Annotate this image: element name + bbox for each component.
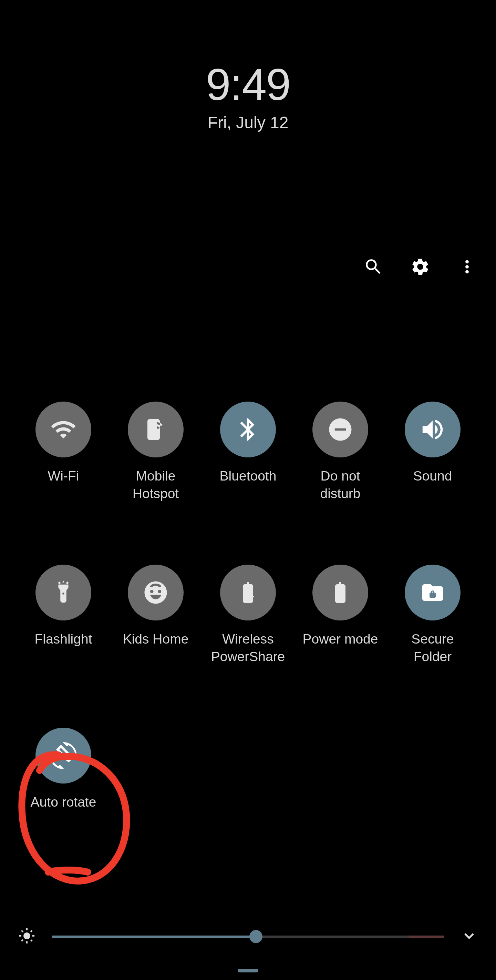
secure-folder-icon [405, 565, 461, 620]
tile-flashlight[interactable]: Flashlight [17, 565, 109, 666]
dnd-icon [312, 402, 368, 457]
svg-point-0 [24, 932, 30, 939]
wifi-icon [35, 402, 91, 457]
brightness-slider[interactable] [52, 935, 444, 938]
wireless-powershare-icon [220, 565, 276, 620]
tile-label: Secure Folder [391, 630, 474, 666]
tile-label: Wireless PowerShare [207, 630, 289, 666]
tile-label: Kids Home [123, 630, 189, 648]
kids-home-icon [128, 565, 184, 620]
tile-wifi[interactable]: Wi-Fi [17, 402, 109, 503]
clock-area: 9:49 Fri, July 12 [0, 59, 496, 132]
tile-bluetooth[interactable]: Bluetooth [202, 402, 294, 503]
brightness-bar [19, 928, 477, 945]
gear-icon[interactable] [410, 257, 430, 278]
tile-label: Sound [414, 467, 452, 485]
panel-header-actions [363, 257, 477, 278]
clock-time: 9:49 [0, 59, 496, 110]
tile-label: Power mode [303, 630, 378, 648]
auto-rotate-icon [35, 728, 91, 784]
tile-dnd[interactable]: Do not disturb [294, 402, 387, 503]
navigation-pill[interactable] [238, 969, 258, 972]
search-icon[interactable] [363, 257, 383, 278]
slider-thumb[interactable] [249, 930, 263, 943]
flashlight-icon [35, 565, 91, 620]
slider-fill [52, 935, 256, 938]
tile-wireless-powershare[interactable]: Wireless PowerShare [202, 565, 294, 666]
chevron-down-icon[interactable] [461, 928, 477, 945]
tile-label: Auto rotate [31, 793, 97, 811]
tile-label: Flashlight [35, 630, 92, 648]
tile-label: Mobile Hotspot [114, 467, 197, 503]
tile-power-mode[interactable]: Power mode [294, 565, 387, 666]
clock-date: Fri, July 12 [0, 113, 496, 132]
hotspot-icon [128, 402, 184, 457]
tile-auto-rotate[interactable]: Auto rotate [17, 728, 109, 814]
tile-label: Do not disturb [299, 467, 382, 503]
tile-label: Bluetooth [220, 467, 277, 485]
tile-sound[interactable]: Sound [387, 402, 479, 503]
sound-icon [405, 402, 461, 457]
tile-secure-folder[interactable]: Secure Folder [387, 565, 479, 666]
more-vertical-icon[interactable] [457, 257, 477, 278]
tile-kids-home[interactable]: Kids Home [109, 565, 202, 666]
power-mode-icon [312, 565, 368, 620]
quick-settings-tiles: Wi-Fi Mobile Hotspot Bluetooth Do not di… [17, 402, 479, 814]
brightness-icon [19, 928, 35, 945]
bluetooth-icon [220, 402, 276, 457]
tile-mobile-hotspot[interactable]: Mobile Hotspot [109, 402, 202, 503]
tile-label: Wi-Fi [48, 467, 79, 485]
